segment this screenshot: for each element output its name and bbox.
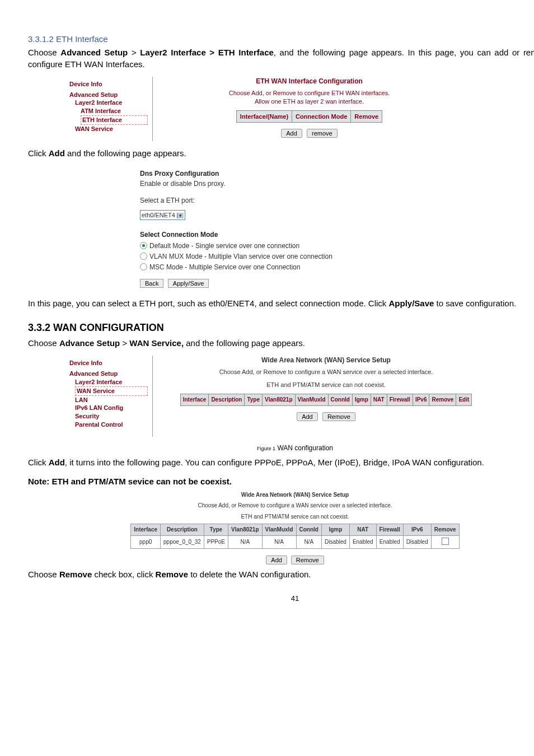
add-button[interactable]: Add — [266, 556, 287, 564]
sidebar-item-wan-service[interactable]: WAN Service — [75, 125, 148, 133]
remove-paragraph: Choose Remove check box, click Remove to… — [28, 569, 534, 580]
add-wan-paragraph: Click Add, it turns into the following p… — [28, 457, 534, 468]
panel-msg: ETH and PTM/ATM service can not coexist. — [160, 381, 493, 389]
col-header: Igmp — [352, 394, 371, 406]
table-cell: Disabled — [403, 535, 431, 549]
panel-msg: Choose Add, or Remove to configure a WAN… — [121, 502, 469, 510]
txt: and the following page appears. — [65, 148, 186, 158]
wan-table: InterfaceDescriptionTypeVlan8021pVlanMux… — [180, 394, 472, 406]
wan-populated-figure: Wide Area Network (WAN) Service Setup Ch… — [121, 491, 469, 566]
sidebar-item-ipv6lan[interactable]: IPv6 LAN Config — [75, 404, 148, 412]
txt-bold: Add — [49, 148, 65, 158]
note-heading: Note: ETH and PTM/ATM sevice can not be … — [28, 476, 534, 487]
col-connmode: Connection Mode — [292, 110, 351, 123]
sidebar-item-eth[interactable]: ETH Interface — [81, 115, 148, 125]
txt: In this page, you can select a ETH port,… — [28, 298, 389, 308]
remove-button[interactable]: Remove — [291, 556, 324, 564]
txt: to delete the WAN configuration. — [188, 570, 311, 579]
sidebar-item-parental[interactable]: Parental Control — [75, 421, 148, 429]
panel-msg: Allow one ETH as layer 2 wan interface. — [160, 97, 459, 106]
wan-panel: Wide Area Network (WAN) Service Setup Ch… — [160, 356, 493, 422]
col-header: Remove — [431, 524, 459, 536]
page-number: 41 — [28, 594, 534, 604]
remove-button[interactable]: remove — [307, 129, 338, 138]
table-cell: Disabled — [321, 535, 349, 549]
txt-bold: WAN Service, — [129, 338, 184, 348]
caption-prefix: Figure 1 — [257, 446, 275, 451]
sidebar-item-advanced-setup[interactable]: Advanced Setup — [69, 370, 148, 378]
wan-data-table: InterfaceDescriptionTypeVlan8021pVlanMux… — [130, 524, 459, 549]
table-cell: Enabled — [376, 535, 403, 549]
col-header: Type — [204, 524, 228, 536]
eth-wan-table: Interface/(Name) Connection Mode Remove — [236, 110, 382, 123]
sidebar-item-layer2[interactable]: Layer2 Interface — [75, 99, 148, 107]
radio-vlanmux-mode[interactable]: VLAN MUX Mode - Multiple Vlan service ov… — [140, 252, 534, 261]
add-button[interactable]: Add — [297, 412, 318, 421]
table-cell: N/A — [296, 535, 321, 549]
col-header: Firewall — [376, 524, 403, 536]
panel-msg: Choose Add, or Remove to configure a WAN… — [160, 368, 493, 376]
chevron-down-icon: ▾ — [177, 213, 184, 218]
txt: > — [128, 48, 140, 57]
dns-proxy-figure: Dns Proxy Configuration Enable or disabl… — [140, 169, 534, 288]
table-cell: N/A — [228, 535, 262, 549]
dns-heading: Dns Proxy Configuration — [140, 169, 534, 178]
col-header: VlanMuxId — [295, 394, 328, 406]
sidebar: Device Info Advanced Setup Layer2 Interf… — [67, 77, 153, 141]
col-header: Remove — [429, 394, 456, 406]
txt: Choose — [28, 570, 59, 579]
col-header: IPv6 — [403, 524, 431, 536]
panel-msg: Choose Add, or Remove to configure ETH W… — [160, 89, 459, 97]
apply-save-button[interactable]: Apply/Save — [168, 279, 209, 288]
radio-icon — [140, 242, 147, 249]
caption-text: WAN configuration — [275, 444, 333, 452]
col-header: Vlan8021p — [228, 524, 262, 536]
radio-icon — [140, 263, 147, 270]
col-header: Description — [209, 394, 245, 406]
txt-bold: Add — [49, 458, 65, 467]
col-header: Igmp — [321, 524, 349, 536]
txt-bold: Remove — [59, 570, 92, 579]
col-interface: Interface/(Name) — [236, 110, 292, 123]
sidebar-item-layer2[interactable]: Layer2 Interface — [75, 378, 148, 386]
sidebar-item-advanced-setup[interactable]: Advanced Setup — [69, 91, 148, 99]
txt: and the following page appears. — [184, 338, 305, 348]
back-button[interactable]: Back — [140, 279, 163, 288]
wan-intro-paragraph: Choose Advance Setup > WAN Service, and … — [28, 338, 534, 349]
panel-msg: ETH and PTM/ATM service can not coexist. — [121, 513, 469, 521]
sidebar-item-device-info[interactable]: Device Info — [69, 359, 148, 367]
dns-subtext: Enable or disable Dns proxy. — [140, 179, 534, 188]
sidebar-item-atm[interactable]: ATM Interface — [81, 107, 148, 115]
txt-bold: Remove — [156, 570, 188, 579]
wan-service-figure: Device Info Advanced Setup Layer2 Interf… — [67, 356, 493, 437]
sidebar-item-device-info[interactable]: Device Info — [69, 80, 148, 88]
radio-label: MSC Mode - Multiple Service over one Con… — [149, 263, 300, 271]
table-cell: PPPoE — [204, 535, 228, 549]
sidebar: Device Info Advanced Setup Layer2 Interf… — [67, 356, 153, 437]
col-header: VlanMuxId — [262, 524, 296, 536]
eth-wan-figure: Device Info Advanced Setup Layer2 Interf… — [67, 77, 459, 141]
table-cell: Enabled — [349, 535, 376, 549]
col-remove: Remove — [351, 110, 382, 123]
remove-checkbox[interactable] — [442, 538, 449, 545]
intro-paragraph: Choose Advanced Setup > Layer2 Interface… — [28, 47, 534, 70]
sidebar-item-lan[interactable]: LAN — [75, 396, 148, 404]
col-header: Type — [245, 394, 263, 406]
txt: , it turns into the following page. You … — [65, 458, 484, 467]
radio-icon — [140, 253, 147, 260]
txt: check box, click — [92, 570, 155, 579]
add-button[interactable]: Add — [281, 129, 302, 138]
sidebar-item-security[interactable]: Security — [75, 412, 148, 421]
radio-msc-mode[interactable]: MSC Mode - Multiple Service over one Con… — [140, 263, 534, 272]
panel-title: Wide Area Network (WAN) Service Setup — [160, 356, 493, 365]
sidebar-item-wan-service[interactable]: WAN Service — [75, 386, 148, 396]
col-header: Interface — [180, 394, 209, 406]
radio-label: VLAN MUX Mode - Multiple Vlan service ov… — [149, 253, 332, 260]
select-value: eth0/ENET4 — [142, 212, 175, 218]
remove-button[interactable]: Remove — [322, 412, 355, 421]
radio-default-mode[interactable]: Default Mode - Single service over one c… — [140, 241, 534, 250]
eth-port-select[interactable]: eth0/ENET4 ▾ — [140, 210, 185, 221]
panel-title: Wide Area Network (WAN) Service Setup — [121, 491, 469, 499]
txt: Choose — [28, 48, 60, 57]
txt: to save configuration. — [434, 298, 516, 308]
